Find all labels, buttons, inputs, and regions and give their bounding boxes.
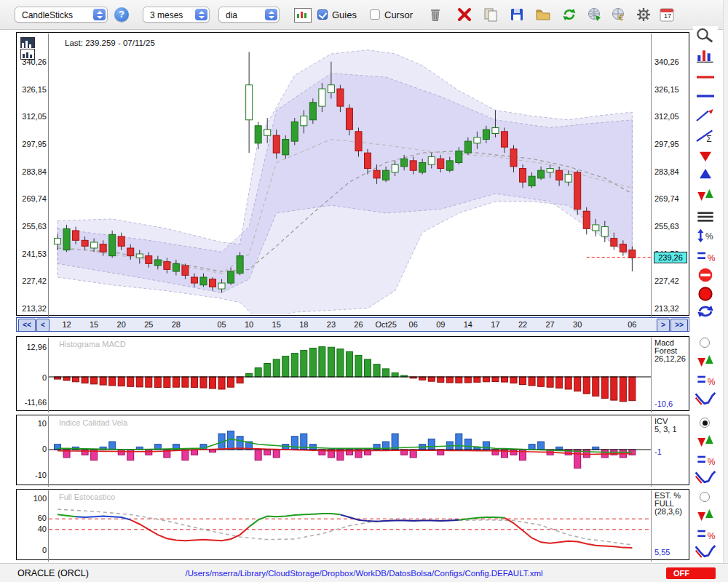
stoch-chart-canvas[interactable] [49,490,651,559]
lines-percent-icon[interactable]: % [693,247,718,265]
sell-arrow-icon[interactable] [693,147,718,164]
help-button[interactable]: ? [114,7,129,22]
macd-curve-icon[interactable] [693,390,718,407]
cursor-checkbox[interactable] [370,9,380,20]
candlestick-chart-canvas[interactable] [49,33,651,314]
price-tick: 213,32 [17,304,47,313]
icv-lines-percent-icon[interactable]: % [693,451,718,469]
nav-next-button[interactable]: > [657,319,670,332]
x-axis-label: 25 [144,320,153,329]
x-axis-label: 14 [464,320,472,329]
no-entry-icon[interactable] [693,266,718,284]
macd-lines-percent-icon[interactable]: % [693,371,718,388]
axis-tick: 10 [17,419,47,428]
axis-tick: -10 [17,471,47,479]
x-axis-label: 10 [245,320,253,329]
price-tick: 326,15 [654,85,679,94]
status-bar: ORACLE (ORCL) /Users/mserra/Library/Clou… [0,563,728,582]
price-tick: 241,53 [17,250,47,258]
icv-signals-icon[interactable] [693,432,718,450]
price-tick: 312,05 [654,112,679,121]
price-tick: 227,42 [654,276,679,285]
axis-tick: -11,66 [17,398,47,407]
x-axis-label: 26 [354,320,363,329]
globe-euro-icon[interactable]: € [610,6,629,23]
stoch-signals-icon[interactable] [693,506,718,524]
chart-style-icon[interactable] [693,47,718,64]
macd-histogram-canvas[interactable] [49,338,651,410]
price-tick: 269,74 [654,194,679,203]
save-icon[interactable] [508,6,527,23]
nav-prev-button[interactable]: < [36,319,50,332]
axis-tick: 0 [17,373,47,382]
guies-checkbox[interactable] [317,9,328,20]
stoch-curve-icon[interactable] [693,543,718,560]
stoch-right-label-3: (28,3,6) [654,508,682,516]
chart-style-bars-icon[interactable] [20,37,35,48]
macd-current-value: -10,6 [654,399,673,408]
scale-percent-icon[interactable]: % [693,227,718,244]
macd-panel: Histograma MACD 12,960-11,66 Macd Forest… [16,336,689,411]
icv-chart-canvas[interactable] [49,416,651,484]
price-tick: 283,84 [17,167,47,176]
price-tick: 227,42 [17,276,47,285]
icv-right-label-2: 5, 3, 1 [654,426,677,434]
scrollbar[interactable] [723,0,728,582]
mini-chart-icon[interactable] [294,8,312,23]
blue-line-icon[interactable] [693,87,718,105]
main-toolbar: CandleSticks ? 3 meses dia Guies Cursor [0,0,728,30]
red-line-icon[interactable] [693,68,718,86]
period-value: 3 meses [150,10,183,20]
x-axis-label: Oct25 [375,320,396,329]
off-toggle[interactable]: OFF [666,567,716,579]
record-icon[interactable] [693,285,718,303]
price-tick: 255,63 [654,222,679,231]
chevron-updown-icon [93,9,106,20]
macd-select-radio[interactable] [700,338,710,348]
levels-icon[interactable] [693,208,718,226]
price-tick: 255,63 [17,222,47,231]
svg-text:%: % [708,457,716,467]
delete-x-icon[interactable] [456,6,475,23]
zoom-icon[interactable] [693,26,718,44]
regression-line-icon[interactable]: Σ [693,127,718,144]
x-axis-label: 06 [628,320,636,329]
x-axis-label: 18 [299,320,308,329]
macd-signals-icon[interactable] [693,352,718,370]
price-tick: 297,95 [654,140,679,148]
globe-download-icon[interactable] [585,6,604,23]
icv-curve-icon[interactable] [693,469,718,486]
config-path-link[interactable]: /Users/mserra/Library/CloudStorage/Dropb… [0,569,728,578]
trash-icon[interactable] [427,6,446,23]
x-axis-label: 28 [172,320,181,329]
open-folder-icon[interactable] [534,6,553,23]
axis-tick: 0 [17,445,47,453]
buy-arrow-icon[interactable] [693,166,718,183]
nav-last-button[interactable]: >> [670,319,688,332]
axis-tick: 40 [17,525,47,533]
trendline-pencil-icon[interactable] [693,106,718,124]
icv-panel: Indice Calidad Vela 100-10 ICV 5, 3, 1 -… [16,415,689,485]
axis-tick: 0 [17,546,47,554]
x-axis-label: 09 [436,320,445,329]
price-tick: 269,74 [17,194,47,203]
copy-icon[interactable] [482,6,501,23]
period-select[interactable]: 3 meses [143,7,210,23]
refresh-blue-icon[interactable] [693,303,718,320]
interval-select[interactable]: dia [218,7,280,23]
buy-sell-signals-icon[interactable] [693,186,718,204]
chart-type-select[interactable]: CandleSticks [15,7,108,23]
cursor-label: Cursor [384,9,413,20]
calendar-icon[interactable]: 17 [658,6,677,23]
icv-select-radio[interactable] [700,418,710,428]
charting-app-window: CandleSticks ? 3 meses dia Guies Cursor [0,0,728,582]
price-tick: 326,15 [17,85,47,94]
x-axis-label: 30 [573,320,582,329]
settings-gear-icon[interactable] [635,6,654,23]
stoch-lines-percent-icon[interactable]: % [693,525,718,543]
nav-first-button[interactable]: << [18,319,36,332]
price-tick: 297,95 [17,140,47,148]
refresh-green-icon[interactable] [561,6,579,23]
icv-current-value: -1 [654,447,662,456]
stoch-select-radio[interactable] [700,492,710,502]
